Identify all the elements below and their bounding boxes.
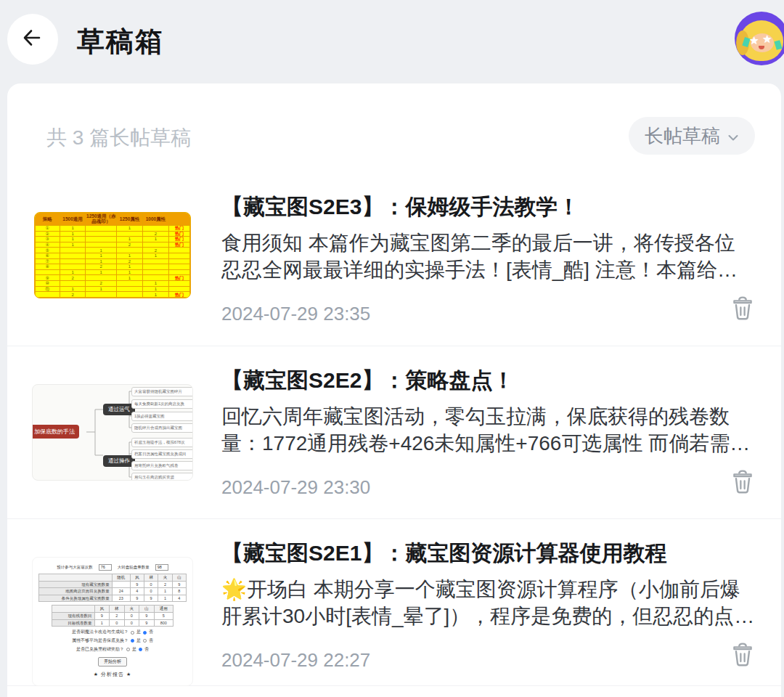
draft-thumbnail-mindmap: 加保底数的手法 通过运气 通过操作 大富翁获得随机藏宝图碎片 每天免费刷新1次的… — [32, 384, 193, 481]
delete-draft-button[interactable] — [730, 468, 755, 497]
drafts-card: 共 3 篇长帖草稿 长帖草稿 策略1500通用1250通用（赤品魂印）1250属… — [7, 83, 781, 697]
back-arrow-icon — [19, 24, 46, 54]
resource-table-b: 风林火山通用现有残卷数目92095目标残卷数量1009800 — [52, 605, 173, 627]
draft-preview: 回忆六周年藏宝图活动，零勾玉拉满，保底获得的残卷数量：1772通用残卷+426未… — [221, 403, 755, 457]
mindmap-leaf: 档案日历属性藏宝图兑换成目 — [131, 449, 193, 459]
draft-thumbnail-table: 策略1500通用1250通用（赤品魂印）1250属性1000属性①11热门②12… — [32, 211, 193, 300]
draft-type-label: 长帖草稿 — [645, 123, 720, 149]
mindmap-branch-node: 通过操作 — [103, 455, 135, 467]
radio-selected — [143, 631, 147, 635]
mindmap-leaf: 用勾玉在商店购买资源 — [131, 473, 193, 481]
delete-draft-button[interactable] — [730, 641, 755, 670]
draft-date: 2024-07-29 23:35 — [221, 303, 370, 325]
delete-draft-button[interactable] — [730, 295, 755, 324]
draft-item[interactable]: 策略1500通用1250通用（赤品魂印）1250属性1000属性①11热门②12… — [7, 173, 781, 346]
draft-type-dropdown[interactable]: 长帖草稿 — [629, 117, 755, 155]
mindmap-root-node: 加保底数的手法 — [32, 425, 79, 439]
mindmap-leaf: 祈愿玉相助手法，模拟678次 — [131, 438, 193, 447]
draft-title: 【藏宝图S2E2】：策略盘点！ — [221, 368, 755, 394]
draft-thumbnail-calculator: 预计参与大富翁次数 76 大转盘轮盘券数量 98 随机风林火山现有藏宝图数量90… — [32, 557, 193, 686]
chevron-down-icon — [727, 125, 739, 147]
analyze-button: 开始分析 — [98, 657, 127, 667]
toolbar: 共 3 篇长帖草稿 长帖草稿 — [7, 83, 781, 173]
strategy-table: 策略1500通用1250通用（赤品魂印）1250属性1000属性①11热门②12… — [35, 213, 190, 298]
header: 草稿箱 ★★ — [0, 0, 784, 83]
draft-date: 2024-07-29 22:27 — [221, 649, 370, 672]
radio-unselected — [131, 631, 134, 635]
radio-unselected — [143, 639, 147, 643]
form-question: 是否已兑换里程碑奖励？ 是 否 — [76, 647, 149, 653]
draft-date: 2024-07-29 23:30 — [221, 476, 370, 499]
trash-icon — [730, 295, 755, 321]
report-footer-label: ★ 分析报告 ★ — [94, 671, 131, 678]
page-title: 草稿箱 — [77, 23, 164, 60]
mindmap-leaf: 用寄托碎片兑换欧气残卷 — [131, 461, 193, 470]
trash-icon — [730, 468, 755, 494]
radio-selected — [131, 639, 134, 643]
mindmap-branch-node: 通过运气 — [103, 404, 135, 415]
trash-icon — [730, 641, 755, 667]
mindmap-leaf: 大富翁获得随机藏宝图碎片 — [131, 387, 193, 396]
back-button[interactable] — [7, 14, 58, 65]
form-question: 属性不够平均是否保底兑换？ 是 否 — [72, 638, 153, 644]
mindmap-leaf: 每天免费刷新1次的商店兑换 — [131, 399, 193, 409]
form-input-value: 98 — [155, 564, 168, 571]
mindmap-leaf: 1抽必得蓝藏宝图 — [131, 412, 193, 421]
mindmap-leaf: 随机碎片合成再抽出藏宝图 — [131, 423, 193, 433]
radio-selected — [139, 648, 142, 651]
form-input-label: 预计参与大富翁次数 — [57, 565, 93, 570]
draft-title: 【藏宝图S2E1】：藏宝图资源计算器使用教程 — [221, 541, 755, 566]
radio-unselected — [126, 648, 130, 651]
draft-title: 【藏宝图S2E3】：保姆级手法教学！ — [221, 195, 755, 220]
form-input-label: 大转盘轮盘券数量 — [118, 565, 150, 570]
draft-count-label: 共 3 篇长帖草稿 — [46, 117, 191, 152]
user-avatar[interactable]: ★★ — [735, 12, 784, 65]
draft-preview: 🌟开场白 本期分享一个藏宝图资源计算程序（小伽前后爆肝累计30小时[表情_晕了]… — [221, 576, 755, 629]
draft-preview: 食用须知 本篇作为藏宝图第二季的最后一讲，将传授各位忍忍全网最最详细的实操手法！… — [221, 229, 755, 283]
form-question: 是否刷魔法卡改造与生成站？ 是 否 — [72, 629, 153, 635]
draft-item[interactable]: 预计参与大富翁次数 76 大转盘轮盘券数量 98 随机风林火山现有藏宝图数量90… — [7, 519, 781, 686]
form-input-value: 76 — [99, 564, 112, 571]
resource-table-a: 随机风林火山现有藏宝图数量9029地图商店页面符兑换数量244018条件兑换现属… — [38, 574, 187, 602]
drafts-page: 草稿箱 ★★ 共 3 篇长帖草稿 长帖草稿 — [0, 0, 784, 697]
draft-item[interactable]: 加保底数的手法 通过运气 通过操作 大富翁获得随机藏宝图碎片 每天免费刷新1次的… — [7, 346, 781, 519]
